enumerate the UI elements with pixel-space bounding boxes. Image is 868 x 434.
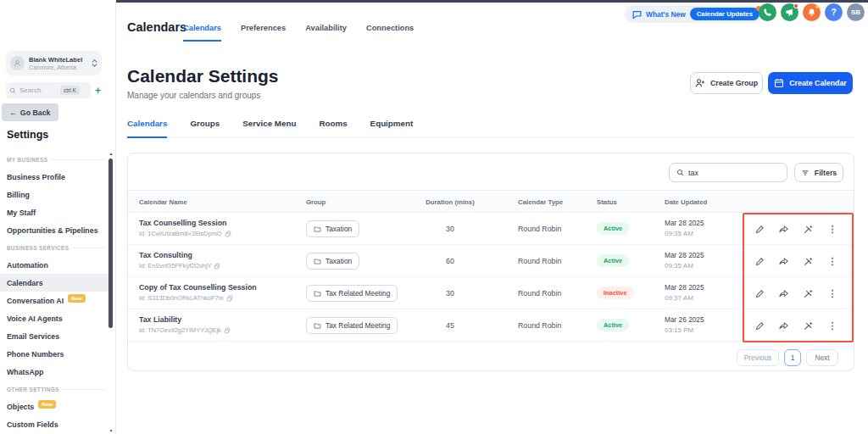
more-options-button[interactable]: ⋮: [826, 319, 839, 332]
pagination-page-1[interactable]: 1: [784, 349, 801, 366]
row-actions: ⋮: [747, 245, 845, 277]
sidebar-item-billing[interactable]: Billing: [0, 186, 109, 203]
tab-groups[interactable]: Groups: [190, 119, 220, 137]
sidebar-item-my-staff[interactable]: My Staff: [0, 203, 109, 221]
share-button[interactable]: [777, 287, 791, 300]
sidebar-item-automation[interactable]: Automation: [0, 256, 109, 274]
sidebar-item-email-services[interactable]: Email Services: [0, 327, 109, 345]
announcements-button[interactable]: [781, 3, 798, 21]
topnav-tab-availability[interactable]: Availability: [305, 24, 347, 42]
edit-button[interactable]: [753, 319, 766, 332]
megaphone-icon: [785, 8, 794, 17]
scrollbar-thumb[interactable]: [108, 159, 113, 328]
sidebar-search[interactable]: ctrl K: [6, 82, 91, 98]
duration-value: 45: [416, 321, 484, 330]
tools-button[interactable]: [801, 254, 815, 268]
time-updated: 09:35 AM: [665, 230, 704, 237]
search-icon: [9, 87, 16, 94]
sidebar-scrollbar[interactable]: ▲ ▼: [108, 151, 114, 434]
tools-button[interactable]: [801, 222, 815, 236]
topnav-tab-calendars[interactable]: Calendars: [183, 24, 221, 42]
account-switcher[interactable]: Blank WhiteLabel Canmore, Alberta: [6, 51, 102, 75]
chat-icon: [632, 10, 642, 19]
sidebar-item-business-profile[interactable]: Business Profile: [0, 168, 109, 186]
sidebar-item-phone-numbers[interactable]: Phone Numbers: [0, 345, 109, 363]
tab-service-menu[interactable]: Service Menu: [242, 119, 296, 137]
page-subtitle: Manage your calendars and groups: [127, 91, 260, 100]
table-row: Tax Liability Id: TN7Oev92g2YIMYYJQEjk T…: [128, 309, 854, 342]
more-options-button[interactable]: ⋮: [826, 222, 839, 236]
copy-icon[interactable]: [226, 295, 233, 302]
tools-button[interactable]: [801, 319, 815, 332]
window-top-edge: [116, 0, 868, 3]
copy-icon[interactable]: [214, 263, 220, 270]
notifications-button[interactable]: [803, 3, 821, 21]
sidebar-item-objects[interactable]: ObjectsNew: [0, 398, 109, 415]
topnav-tab-preferences[interactable]: Preferences: [241, 24, 286, 42]
tools-button[interactable]: [801, 287, 815, 300]
account-name: Blank WhiteLabel: [29, 56, 87, 64]
back-arrow-icon: ←: [9, 108, 17, 117]
calendar-updates-button[interactable]: Calendar Updates: [690, 8, 760, 20]
calendar-id: Id: TN7Oev92g2YIMYYJQEjk: [139, 326, 221, 334]
column-calendar-type: Calendar Type: [518, 198, 563, 206]
column-status: Status: [597, 198, 617, 206]
topnav-tab-connections[interactable]: Connections: [366, 24, 414, 42]
sidebar-item-opportunities-pipelines[interactable]: Opportunities & Pipelines: [0, 221, 109, 239]
section-label-my-business: MY BUSINESS: [0, 151, 109, 168]
sidebar-search-input[interactable]: [19, 86, 57, 94]
calendar-name: Tax Counselling Session: [139, 219, 231, 227]
person-icon: [14, 59, 21, 67]
column-duration: Duration (mins): [416, 198, 484, 206]
topnav-title: Calendars: [127, 20, 186, 34]
share-button[interactable]: [777, 254, 791, 268]
calendar-id: Id: 1CwIUtzaBm8×3EisDpmO: [139, 230, 222, 237]
quick-add-button[interactable]: +: [95, 86, 101, 96]
settings-heading: Settings: [7, 129, 48, 141]
share-arrow-icon: [778, 256, 789, 267]
folder-icon: [314, 290, 321, 298]
edit-button[interactable]: [753, 254, 766, 268]
table-row: Tax Consulting Id: EnSvnf35PFkyf2i2vhjY …: [128, 245, 854, 277]
new-badge: New: [38, 400, 56, 409]
status-badge: Active: [597, 254, 629, 267]
chevron-up-down-icon: [92, 59, 97, 67]
sidebar-item-whatsapp[interactable]: WhatsApp: [0, 363, 109, 381]
sidebar-item-custom-fields[interactable]: Custom Fields: [0, 415, 109, 433]
tools-icon: [803, 288, 814, 299]
phone-button[interactable]: [759, 3, 776, 21]
tab-rooms[interactable]: Rooms: [319, 119, 347, 137]
edit-button[interactable]: [753, 222, 766, 236]
scroll-up-icon[interactable]: ▲: [108, 151, 114, 157]
tab-calendars[interactable]: Calendars: [127, 119, 167, 138]
sidebar-item-voice-ai-agents[interactable]: Voice AI Agents: [0, 309, 109, 327]
copy-icon[interactable]: [225, 231, 231, 237]
sidebar-item-conversation-ai[interactable]: Conversation AINew: [0, 292, 109, 309]
user-avatar[interactable]: SB: [847, 3, 865, 21]
create-calendar-button[interactable]: Create Calendar: [768, 72, 853, 94]
date-updated: Mar 26 2025: [665, 315, 704, 324]
tab-equipment[interactable]: Equipment: [370, 119, 414, 137]
share-button[interactable]: [777, 319, 791, 332]
row-actions: ⋮: [747, 309, 845, 342]
status-badge: Active: [597, 319, 629, 331]
calendar-icon: [774, 78, 784, 88]
help-button[interactable]: ?: [825, 3, 843, 21]
copy-icon[interactable]: [224, 327, 231, 334]
more-options-button[interactable]: ⋮: [826, 287, 839, 300]
scroll-down-icon[interactable]: ▼: [108, 428, 114, 434]
new-badge: New: [68, 294, 86, 303]
table-search-input[interactable]: [688, 169, 773, 177]
more-options-button[interactable]: ⋮: [826, 254, 839, 268]
calendars-table-card: Filters Calendar Name Group Duration (mi…: [127, 153, 854, 371]
whats-new-button[interactable]: What's New Calendar Updates: [625, 5, 762, 23]
edit-button[interactable]: [753, 287, 766, 300]
filters-button[interactable]: Filters: [794, 163, 843, 182]
sidebar-item-calendars[interactable]: Calendars: [0, 274, 109, 292]
share-button[interactable]: [777, 222, 791, 236]
create-group-button[interactable]: Create Group: [690, 72, 763, 94]
go-back-button[interactable]: ← Go Back: [2, 103, 58, 121]
pagination-next-button[interactable]: Next: [806, 349, 838, 366]
table-search[interactable]: [669, 163, 787, 182]
pagination-previous-button[interactable]: Previous: [737, 349, 779, 366]
